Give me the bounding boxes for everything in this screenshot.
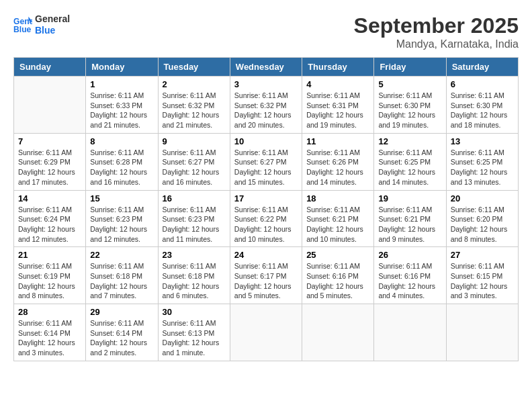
calendar-cell <box>230 304 302 361</box>
day-info: Sunrise: 6:11 AM Sunset: 6:23 PM Dayligh… <box>163 205 226 244</box>
calendar-cell: 20Sunrise: 6:11 AM Sunset: 6:20 PM Dayli… <box>446 190 518 247</box>
svg-text:Blue: Blue <box>13 25 32 34</box>
day-number: 23 <box>163 250 226 260</box>
day-info: Sunrise: 6:11 AM Sunset: 6:24 PM Dayligh… <box>18 205 81 244</box>
day-number: 21 <box>18 250 81 260</box>
day-number: 22 <box>90 250 153 260</box>
calendar-cell <box>446 304 518 361</box>
day-info: Sunrise: 6:11 AM Sunset: 6:21 PM Dayligh… <box>306 205 369 244</box>
day-number: 4 <box>306 79 369 89</box>
calendar-cell: 5Sunrise: 6:11 AM Sunset: 6:30 PM Daylig… <box>374 77 446 134</box>
day-info: Sunrise: 6:11 AM Sunset: 6:30 PM Dayligh… <box>378 91 441 130</box>
calendar-cell: 25Sunrise: 6:11 AM Sunset: 6:16 PM Dayli… <box>302 247 374 304</box>
calendar-week-1: 1Sunrise: 6:11 AM Sunset: 6:33 PM Daylig… <box>14 77 519 134</box>
logo: General Blue General Blue <box>13 13 70 36</box>
day-info: Sunrise: 6:11 AM Sunset: 6:27 PM Dayligh… <box>163 148 226 187</box>
day-number: 18 <box>306 193 369 203</box>
header-saturday: Saturday <box>446 58 518 77</box>
page-title: September 2025 <box>354 13 519 38</box>
day-number: 25 <box>306 250 369 260</box>
calendar-week-5: 28Sunrise: 6:11 AM Sunset: 6:14 PM Dayli… <box>14 304 519 361</box>
day-info: Sunrise: 6:11 AM Sunset: 6:27 PM Dayligh… <box>234 148 298 187</box>
day-info: Sunrise: 6:11 AM Sunset: 6:16 PM Dayligh… <box>306 261 369 301</box>
header-sunday: Sunday <box>14 58 86 77</box>
calendar-cell: 17Sunrise: 6:11 AM Sunset: 6:22 PM Dayli… <box>230 190 302 247</box>
day-number: 12 <box>378 136 441 146</box>
day-info: Sunrise: 6:11 AM Sunset: 6:14 PM Dayligh… <box>18 318 81 358</box>
day-info: Sunrise: 6:11 AM Sunset: 6:15 PM Dayligh… <box>451 261 514 301</box>
calendar-week-4: 21Sunrise: 6:11 AM Sunset: 6:19 PM Dayli… <box>14 247 519 304</box>
calendar-cell: 8Sunrise: 6:11 AM Sunset: 6:28 PM Daylig… <box>86 133 158 190</box>
day-number: 17 <box>234 193 298 203</box>
calendar-cell: 6Sunrise: 6:11 AM Sunset: 6:30 PM Daylig… <box>446 77 518 134</box>
day-info: Sunrise: 6:11 AM Sunset: 6:28 PM Dayligh… <box>90 148 153 187</box>
calendar-cell <box>374 304 446 361</box>
calendar-cell: 15Sunrise: 6:11 AM Sunset: 6:23 PM Dayli… <box>86 190 158 247</box>
day-info: Sunrise: 6:11 AM Sunset: 6:18 PM Dayligh… <box>163 261 226 301</box>
day-number: 14 <box>18 193 81 203</box>
day-number: 29 <box>90 307 153 317</box>
calendar-cell: 24Sunrise: 6:11 AM Sunset: 6:17 PM Dayli… <box>230 247 302 304</box>
day-info: Sunrise: 6:11 AM Sunset: 6:25 PM Dayligh… <box>378 148 441 187</box>
calendar-cell: 23Sunrise: 6:11 AM Sunset: 6:18 PM Dayli… <box>158 247 230 304</box>
day-info: Sunrise: 6:11 AM Sunset: 6:18 PM Dayligh… <box>90 261 153 301</box>
day-number: 9 <box>163 136 226 146</box>
calendar-cell: 28Sunrise: 6:11 AM Sunset: 6:14 PM Dayli… <box>14 304 86 361</box>
calendar-cell: 11Sunrise: 6:11 AM Sunset: 6:26 PM Dayli… <box>302 133 374 190</box>
calendar-cell <box>14 77 86 134</box>
day-number: 7 <box>18 136 81 146</box>
day-info: Sunrise: 6:11 AM Sunset: 6:32 PM Dayligh… <box>234 91 298 130</box>
calendar-cell: 7Sunrise: 6:11 AM Sunset: 6:29 PM Daylig… <box>14 133 86 190</box>
day-number: 24 <box>234 250 298 260</box>
day-info: Sunrise: 6:11 AM Sunset: 6:22 PM Dayligh… <box>234 205 298 244</box>
calendar-cell: 10Sunrise: 6:11 AM Sunset: 6:27 PM Dayli… <box>230 133 302 190</box>
calendar-week-2: 7Sunrise: 6:11 AM Sunset: 6:29 PM Daylig… <box>14 133 519 190</box>
calendar-cell: 22Sunrise: 6:11 AM Sunset: 6:18 PM Dayli… <box>86 247 158 304</box>
header-thursday: Thursday <box>302 58 374 77</box>
title-area: September 2025 Mandya, Karnataka, India <box>354 13 519 50</box>
day-info: Sunrise: 6:11 AM Sunset: 6:16 PM Dayligh… <box>378 261 441 301</box>
day-number: 6 <box>451 79 514 89</box>
day-number: 19 <box>378 193 441 203</box>
calendar-cell: 18Sunrise: 6:11 AM Sunset: 6:21 PM Dayli… <box>302 190 374 247</box>
header-friday: Friday <box>374 58 446 77</box>
day-number: 20 <box>451 193 514 203</box>
logo-line1: General <box>35 13 70 25</box>
calendar-cell: 30Sunrise: 6:11 AM Sunset: 6:13 PM Dayli… <box>158 304 230 361</box>
calendar-table: SundayMondayTuesdayWednesdayThursdayFrid… <box>13 57 519 361</box>
logo-line2: Blue <box>35 25 70 36</box>
calendar-cell: 13Sunrise: 6:11 AM Sunset: 6:25 PM Dayli… <box>446 133 518 190</box>
day-number: 3 <box>234 79 298 89</box>
day-number: 28 <box>18 307 81 317</box>
calendar-cell: 9Sunrise: 6:11 AM Sunset: 6:27 PM Daylig… <box>158 133 230 190</box>
day-number: 1 <box>90 79 153 89</box>
day-info: Sunrise: 6:11 AM Sunset: 6:23 PM Dayligh… <box>90 205 153 244</box>
day-info: Sunrise: 6:11 AM Sunset: 6:30 PM Dayligh… <box>451 91 514 130</box>
header-wednesday: Wednesday <box>230 58 302 77</box>
calendar-cell: 14Sunrise: 6:11 AM Sunset: 6:24 PM Dayli… <box>14 190 86 247</box>
calendar-cell: 4Sunrise: 6:11 AM Sunset: 6:31 PM Daylig… <box>302 77 374 134</box>
logo-icon: General Blue <box>13 15 32 34</box>
day-number: 30 <box>163 307 226 317</box>
day-info: Sunrise: 6:11 AM Sunset: 6:29 PM Dayligh… <box>18 148 81 187</box>
day-info: Sunrise: 6:11 AM Sunset: 6:21 PM Dayligh… <box>378 205 441 244</box>
day-number: 26 <box>378 250 441 260</box>
calendar-cell: 2Sunrise: 6:11 AM Sunset: 6:32 PM Daylig… <box>158 77 230 134</box>
day-number: 13 <box>451 136 514 146</box>
calendar-cell: 3Sunrise: 6:11 AM Sunset: 6:32 PM Daylig… <box>230 77 302 134</box>
day-info: Sunrise: 6:11 AM Sunset: 6:19 PM Dayligh… <box>18 261 81 301</box>
day-info: Sunrise: 6:11 AM Sunset: 6:13 PM Dayligh… <box>163 318 226 358</box>
header-monday: Monday <box>86 58 158 77</box>
calendar-cell: 16Sunrise: 6:11 AM Sunset: 6:23 PM Dayli… <box>158 190 230 247</box>
calendar-cell <box>302 304 374 361</box>
day-number: 27 <box>451 250 514 260</box>
day-info: Sunrise: 6:11 AM Sunset: 6:17 PM Dayligh… <box>234 261 298 301</box>
calendar-cell: 12Sunrise: 6:11 AM Sunset: 6:25 PM Dayli… <box>374 133 446 190</box>
day-info: Sunrise: 6:11 AM Sunset: 6:31 PM Dayligh… <box>306 91 369 130</box>
day-number: 15 <box>90 193 153 203</box>
page-subtitle: Mandya, Karnataka, India <box>354 38 519 50</box>
day-number: 11 <box>306 136 369 146</box>
calendar-cell: 21Sunrise: 6:11 AM Sunset: 6:19 PM Dayli… <box>14 247 86 304</box>
day-number: 8 <box>90 136 153 146</box>
day-number: 5 <box>378 79 441 89</box>
